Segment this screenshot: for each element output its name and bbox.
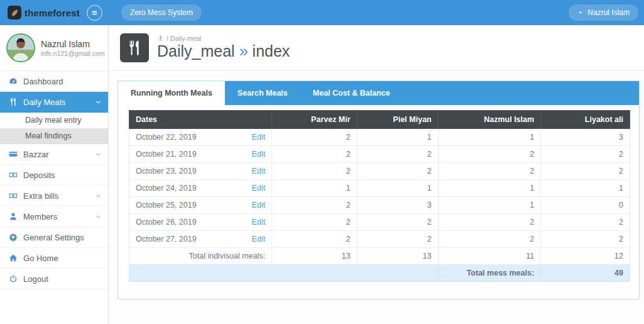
sidebar-subitem-meal-findings[interactable]: Meal findings: [0, 128, 108, 144]
credit-card-icon: [9, 150, 18, 159]
meal-count-cell: 2: [272, 197, 357, 214]
sidebar-subitem-daily-meal-entry[interactable]: Daily meal entry: [0, 113, 108, 128]
edit-link[interactable]: Edit: [252, 150, 266, 159]
sidebar-item-label: Go Home: [23, 254, 58, 263]
user-menu-button[interactable]: Nazrul Islam: [569, 4, 638, 21]
sidebar-item-go-home[interactable]: Go Home: [0, 248, 108, 269]
meal-count-cell: 1: [357, 180, 438, 197]
sidebar-item-label: Members: [23, 212, 57, 221]
sidebar-subitem-label: Daily meal entry: [25, 116, 82, 125]
power-icon: [9, 274, 18, 283]
sidebar-item-deposits[interactable]: Deposits: [0, 165, 108, 186]
gear-icon: [9, 233, 18, 242]
breadcrumb-path: / Daily-meal: [166, 35, 201, 42]
meal-count-cell: 2: [272, 231, 357, 248]
sidebar-item-dashboard[interactable]: Dashboard: [0, 71, 108, 92]
meal-count-cell: 2: [438, 146, 540, 163]
mess-total-row: Total mess meals:49: [129, 265, 630, 282]
meal-count-cell: 2: [438, 231, 540, 248]
chevron-down-icon: [95, 193, 102, 199]
table-row: October 22, 2019Edit2113: [129, 129, 630, 146]
meal-count-cell: 0: [541, 197, 630, 214]
individual-total-cell: 11: [438, 248, 540, 265]
chevron-down-icon: [95, 151, 102, 158]
meal-count-cell: 2: [438, 163, 540, 180]
mess-total-value: 49: [541, 265, 630, 282]
edit-link[interactable]: Edit: [252, 201, 266, 209]
sidebar-item-label: Dashboard: [23, 77, 63, 86]
date-cell: October 26, 2019Edit: [129, 214, 272, 231]
sidebar-item-daily-meals[interactable]: Daily Meals: [0, 92, 108, 113]
meal-count-cell: 1: [541, 180, 630, 197]
page-title-main: Daily_meal: [157, 42, 235, 60]
sidebar-item-label: Daily Meals: [23, 98, 65, 107]
table-row: October 21, 2019Edit2222: [129, 146, 630, 163]
sidebar-item-label: Logout: [23, 274, 48, 284]
edit-link[interactable]: Edit: [252, 184, 266, 193]
money-icon: [9, 191, 18, 200]
date-label: October 22, 2019: [136, 133, 197, 142]
chevron-down-icon: [95, 213, 102, 220]
edit-link[interactable]: Edit: [252, 133, 266, 142]
table-row: October 26, 2019Edit2222: [129, 214, 630, 231]
caret-down-icon: [577, 9, 584, 16]
meal-count-cell: 1: [438, 129, 540, 146]
meal-count-cell: 1: [438, 180, 540, 197]
sidebar-item-logout[interactable]: Logout: [0, 269, 108, 289]
sidebar-item-label: General Settings: [23, 233, 84, 242]
app-window: themeforest Zero Mess System Nazrul Isla…: [0, 0, 644, 324]
gauge-icon: [9, 77, 18, 86]
tab-meal-cost-balance[interactable]: Meal Cost & Balance: [300, 81, 403, 105]
top-navbar: themeforest Zero Mess System Nazrul Isla…: [0, 0, 644, 25]
meal-count-cell: 2: [357, 146, 438, 163]
main-content: / Daily-meal Daily_meal»index Running Mo…: [109, 25, 644, 324]
home-icon: [9, 254, 18, 262]
brand-name: themeforest: [25, 8, 80, 18]
meal-count-cell: 2: [357, 163, 438, 180]
individual-total-cell: 13: [357, 248, 438, 265]
meal-count-cell: 3: [541, 129, 630, 146]
date-label: October 27, 2019: [136, 235, 197, 243]
individual-total-cell: 12: [541, 248, 630, 265]
meal-count-cell: 2: [272, 214, 357, 231]
tab-search-meals[interactable]: Search Meals: [225, 81, 300, 105]
meal-count-cell: 2: [272, 146, 357, 163]
meal-count-cell: 2: [541, 231, 630, 248]
sidebar-item-bazzar[interactable]: Bazzar: [0, 144, 108, 165]
sidebar-menu: DashboardDaily MealsDaily meal entryMeal…: [0, 71, 108, 289]
menu-toggle-button[interactable]: [87, 5, 102, 21]
tabs: Running Month MealsSearch MealsMeal Cost…: [118, 81, 639, 105]
sidebar-item-members[interactable]: Members: [0, 206, 108, 227]
sidebar-subitem-label: Meal findings: [25, 131, 72, 140]
avatar: [6, 33, 35, 62]
chevron-down-icon: [95, 99, 102, 106]
sidebar-item-label: Bazzar: [23, 150, 48, 159]
meal-count-cell: 3: [357, 197, 438, 214]
brand-logo[interactable]: themeforest: [8, 6, 80, 20]
meal-count-cell: 1: [272, 180, 357, 197]
date-cell: October 24, 2019Edit: [129, 180, 272, 197]
sidebar-item-extra-bills[interactable]: Extra bills: [0, 186, 108, 206]
profile-name: Nazrul Islam: [41, 38, 105, 50]
money-icon: [9, 170, 18, 179]
mess-total-label: Total mess meals:: [438, 265, 540, 282]
individual-total-cell: 13: [272, 248, 357, 265]
individual-total-label: Total indivisual meals:: [129, 248, 272, 265]
table-row: October 25, 2019Edit2310: [129, 197, 630, 214]
date-label: October 21, 2019: [136, 150, 197, 159]
system-name-button[interactable]: Zero Mess System: [121, 4, 202, 21]
user-icon: [9, 212, 18, 221]
meal-count-cell: 2: [272, 129, 357, 146]
meals-card: Running Month MealsSearch MealsMeal Cost…: [117, 81, 640, 299]
meal-count-cell: 1: [438, 197, 540, 214]
edit-link[interactable]: Edit: [252, 235, 266, 243]
sidebar-item-label: Extra bills: [23, 191, 58, 201]
date-label: October 24, 2019: [136, 184, 197, 193]
edit-link[interactable]: Edit: [252, 218, 266, 226]
page-title: Daily_meal»index: [157, 43, 290, 60]
tab-running-month-meals[interactable]: Running Month Meals: [118, 81, 225, 105]
edit-link[interactable]: Edit: [252, 167, 266, 176]
page-title-sub: index: [253, 42, 290, 60]
sidebar-item-general-settings[interactable]: General Settings: [0, 227, 108, 248]
themeforest-leaf-icon: [8, 6, 21, 20]
